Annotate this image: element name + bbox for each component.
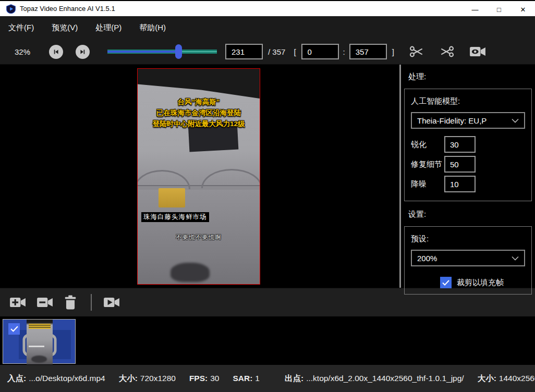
add-video-button[interactable] <box>9 296 26 309</box>
status-input-size-value: 720x1280 <box>140 374 176 383</box>
chevron-down-icon <box>512 118 519 123</box>
ai-model-group: 人工智能模型: Theia-Fidelity: EU,P 锐化 修复细节 降噪 <box>404 89 532 201</box>
current-frame-input[interactable] <box>225 44 263 59</box>
ai-model-value: Theia-Fidelity: EU,P <box>417 116 487 125</box>
thumbnail-yellow-text <box>29 324 51 329</box>
window-title: Topaz Video Enhance AI V1.5.1 <box>20 5 115 13</box>
thumbnail-dark-object <box>31 356 47 363</box>
video-overlay-title: 台风“海高斯” 已在珠海市金湾区沿海登陆 登陆时中心附近最大风力12级 <box>138 97 260 130</box>
status-fps-value: 30 <box>210 374 219 383</box>
denoise-input[interactable] <box>444 176 476 192</box>
skip-to-end-button[interactable] <box>76 45 90 59</box>
restore-detail-input[interactable] <box>444 156 476 173</box>
overlay-title-line3: 登陆时中心附近最大风力12级 <box>138 119 260 130</box>
window-controls: — □ ✕ <box>463 2 535 17</box>
slider-handle[interactable] <box>175 44 182 59</box>
status-fps: FPS:30 <box>189 374 220 383</box>
camera-eye-icon <box>469 45 486 58</box>
status-fps-label: FPS: <box>189 374 208 383</box>
main-area: 台风“海高斯” 已在珠海市金湾区沿海登陆 登陆时中心附近最大风力12级 珠海白藤… <box>0 65 535 288</box>
preset-dropdown[interactable]: 200% <box>411 250 525 266</box>
video-caption: 不要慌不要慌啊 <box>138 234 260 241</box>
timeline-slider[interactable] <box>107 44 217 59</box>
camera-plus-icon <box>9 296 26 309</box>
process-video-button[interactable] <box>103 296 120 309</box>
preview-area: 台风“海高斯” 已在珠海市金湾区沿海登陆 登陆时中心附近最大风力12级 珠海白藤… <box>0 65 394 288</box>
menu-process[interactable]: 处理(P) <box>94 21 123 35</box>
total-frames-label: / 357 <box>268 47 285 56</box>
settings-heading: 设置: <box>408 210 532 219</box>
video-preview-frame[interactable]: 台风“海高斯” 已在珠海市金湾区沿海登陆 登陆时中心附近最大风力12级 珠海白藤… <box>137 68 260 285</box>
zoom-level-label: 32% <box>15 47 37 56</box>
status-bar: 入点:...o/Desktop/x6d.mp4 大小:720x1280 FPS:… <box>0 365 535 392</box>
menu-help[interactable]: 帮助(H) <box>138 21 167 35</box>
restore-detail-label: 修复细节 <box>411 160 444 169</box>
processing-heading: 处理: <box>408 72 532 82</box>
denoise-label: 降噪 <box>411 179 444 189</box>
maximize-button[interactable]: □ <box>487 2 511 17</box>
thumbnail-checkbox[interactable] <box>8 323 20 335</box>
preset-value: 200% <box>417 254 437 263</box>
chevron-down-icon <box>512 256 519 261</box>
skip-to-start-button[interactable] <box>49 45 63 59</box>
skip-to-end-icon <box>79 48 87 56</box>
trim-start-button[interactable] <box>409 45 424 58</box>
sharpen-row: 锐化 <box>411 136 525 153</box>
status-output-size-label: 大小: <box>478 374 496 383</box>
settings-sidebar: 处理: 人工智能模型: Theia-Fidelity: EU,P 锐化 修复细节… <box>394 65 535 288</box>
status-sar-value: 1 <box>255 374 260 383</box>
toolbar-divider <box>91 294 92 311</box>
check-icon <box>10 326 18 332</box>
status-input-label: 入点: <box>7 374 26 383</box>
playback-toolbar: 32% / 357 [ : ] <box>0 39 535 65</box>
crop-to-fill-row: 裁剪以填充帧 <box>440 277 525 288</box>
status-output-path: 出点:...ktop/x6d_2.00x_1440x2560_thf-1.0.1… <box>285 373 464 384</box>
ai-model-label: 人工智能模型: <box>411 96 525 106</box>
preset-group: 预设: 200% 裁剪以填充帧 <box>404 226 532 295</box>
range-start-input[interactable] <box>301 44 339 59</box>
close-button[interactable]: ✕ <box>511 2 535 17</box>
crop-to-fill-label: 裁剪以填充帧 <box>457 278 504 288</box>
ai-model-dropdown[interactable]: Theia-Fidelity: EU,P <box>411 112 525 129</box>
video-yellow-bus <box>159 188 185 207</box>
overlay-title-line1: 台风“海高斯” <box>138 97 260 108</box>
panel-scrollbar[interactable] <box>399 65 401 288</box>
sharpen-label: 锐化 <box>411 140 444 150</box>
title-bar: Topaz Video Enhance AI V1.5.1 — □ ✕ <box>0 0 535 16</box>
range-bracket-close: ] <box>392 47 394 56</box>
sharpen-input[interactable] <box>444 136 476 153</box>
skip-to-start-icon <box>52 48 60 56</box>
thumbnail-white-text <box>29 346 44 347</box>
video-thumbnail-selected[interactable] <box>3 319 76 364</box>
denoise-row: 降噪 <box>411 176 525 192</box>
delete-button[interactable] <box>64 295 77 310</box>
status-input-path: 入点:...o/Desktop/x6d.mp4 <box>7 373 105 384</box>
status-output-size: 大小:1440x2560 <box>478 373 535 384</box>
status-input-value: ...o/Desktop/x6d.mp4 <box>29 374 105 383</box>
status-output-size-value: 1440x2560 <box>499 374 535 383</box>
trim-end-button[interactable] <box>439 45 455 58</box>
preset-label: 预设: <box>411 234 525 244</box>
restore-detail-row: 修复细节 <box>411 156 525 173</box>
status-input-size-label: 大小: <box>119 374 138 383</box>
app-logo-icon <box>6 4 16 14</box>
status-output-value: ...ktop/x6d_2.00x_1440x2560_thf-1.0.1_jp… <box>306 374 464 383</box>
remove-video-button[interactable] <box>37 296 53 309</box>
thumbnail-strip <box>0 316 535 365</box>
trash-icon <box>64 295 77 310</box>
overlay-title-line2: 已在珠海市金湾区沿海登陆 <box>138 108 260 119</box>
cut-left-scissors-icon <box>409 45 424 58</box>
video-dark-object <box>171 263 210 282</box>
status-sar-label: SAR: <box>233 374 252 383</box>
menu-preview[interactable]: 预览(V) <box>51 21 79 35</box>
thumbnail-video-image <box>27 320 53 364</box>
slider-progress <box>107 51 179 53</box>
status-input-size: 大小:720x1280 <box>119 373 176 384</box>
crop-to-fill-checkbox[interactable] <box>440 277 452 288</box>
minimize-button[interactable]: — <box>463 2 487 17</box>
menu-file[interactable]: 文件(F) <box>7 21 35 35</box>
range-end-input[interactable] <box>349 44 387 59</box>
range-bracket-open: [ <box>294 47 296 56</box>
cut-right-scissors-icon <box>439 45 455 58</box>
preview-camera-button[interactable] <box>469 45 486 58</box>
